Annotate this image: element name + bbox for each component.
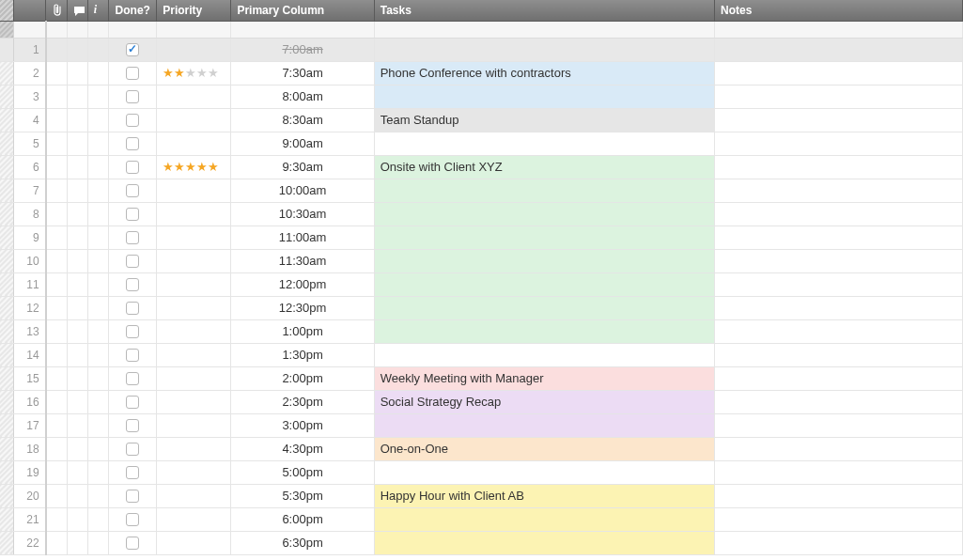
cell-priority[interactable]: ★★★★★ — [157, 61, 231, 85]
cell-attachments[interactable] — [46, 296, 67, 319]
cell-info[interactable] — [87, 413, 108, 437]
row-handle[interactable] — [0, 319, 13, 343]
cell-priority[interactable] — [157, 437, 231, 460]
row-number[interactable]: 6 — [13, 155, 46, 179]
cell-comments[interactable] — [67, 202, 87, 226]
cell-tasks[interactable] — [374, 38, 714, 61]
cell-done[interactable] — [109, 319, 157, 343]
row-handle[interactable] — [0, 437, 13, 460]
done-checkbox[interactable] — [126, 372, 139, 385]
cell-notes[interactable] — [715, 108, 963, 132]
cell-comments[interactable] — [67, 272, 87, 296]
cell-comments[interactable] — [67, 61, 87, 85]
cell-attachments[interactable] — [46, 484, 67, 507]
cell-info[interactable] — [87, 531, 108, 554]
done-checkbox[interactable] — [126, 114, 139, 127]
cell-notes[interactable] — [715, 272, 963, 296]
done-checkbox[interactable] — [126, 443, 139, 456]
cell-info[interactable] — [87, 343, 108, 366]
cell-attachments[interactable] — [46, 366, 67, 390]
cell-info[interactable] — [87, 249, 108, 272]
cell-info[interactable] — [87, 179, 108, 202]
cell-priority[interactable] — [157, 507, 231, 531]
cell-done[interactable] — [109, 437, 157, 460]
cell-primary[interactable]: 5:00pm — [231, 460, 374, 484]
cell-priority[interactable] — [157, 38, 231, 61]
cell-tasks[interactable] — [374, 507, 714, 531]
row-handle[interactable] — [0, 366, 13, 390]
cell-info[interactable] — [87, 202, 108, 226]
row-handle[interactable] — [0, 38, 13, 61]
row-number[interactable]: 8 — [13, 202, 46, 226]
cell-done[interactable] — [109, 226, 157, 249]
cell-tasks[interactable] — [374, 531, 714, 554]
cell-comments[interactable] — [67, 132, 87, 155]
row-number[interactable]: 11 — [13, 272, 46, 296]
row-handle[interactable] — [0, 108, 13, 132]
row-number[interactable]: 17 — [13, 413, 46, 437]
row-handle[interactable] — [0, 272, 13, 296]
cell-primary[interactable]: 11:30am — [231, 249, 374, 272]
cell-primary[interactable]: 7:30am — [231, 61, 374, 85]
row-handle[interactable] — [0, 507, 13, 531]
row-handle[interactable] — [0, 155, 13, 179]
done-checkbox[interactable] — [126, 208, 139, 221]
cell-priority[interactable] — [157, 296, 231, 319]
row-number[interactable]: 9 — [13, 226, 46, 249]
done-checkbox[interactable] — [126, 396, 139, 409]
row-handle[interactable] — [0, 202, 13, 226]
header-done[interactable]: Done? — [109, 0, 157, 21]
done-checkbox[interactable] — [126, 537, 139, 550]
cell-tasks[interactable] — [374, 296, 714, 319]
cell-primary[interactable]: 10:00am — [231, 179, 374, 202]
cell-info[interactable] — [87, 437, 108, 460]
cell-comments[interactable] — [67, 38, 87, 61]
cell-tasks[interactable]: Phone Conference with contractors — [374, 61, 714, 85]
row-number[interactable]: 7 — [13, 179, 46, 202]
cell-priority[interactable] — [157, 531, 231, 554]
cell-notes[interactable] — [715, 61, 963, 85]
cell-priority[interactable] — [157, 226, 231, 249]
cell-done[interactable] — [109, 155, 157, 179]
cell-notes[interactable] — [715, 507, 963, 531]
cell-notes[interactable] — [715, 155, 963, 179]
cell-priority[interactable] — [157, 460, 231, 484]
cell-priority[interactable] — [157, 413, 231, 437]
cell-comments[interactable] — [67, 460, 87, 484]
cell-notes[interactable] — [715, 319, 963, 343]
cell-attachments[interactable] — [46, 272, 67, 296]
header-attachments[interactable] — [46, 0, 67, 21]
cell-attachments[interactable] — [46, 226, 67, 249]
row-number[interactable]: 16 — [13, 390, 46, 413]
cell-attachments[interactable] — [46, 202, 67, 226]
cell-comments[interactable] — [67, 296, 87, 319]
cell-attachments[interactable] — [46, 61, 67, 85]
cell-primary[interactable]: 7:00am — [231, 38, 374, 61]
cell-attachments[interactable] — [46, 460, 67, 484]
cell-primary[interactable]: 6:30pm — [231, 531, 374, 554]
cell-primary[interactable]: 9:00am — [231, 132, 374, 155]
done-checkbox[interactable] — [126, 184, 139, 197]
cell-tasks[interactable]: Happy Hour with Client AB — [374, 484, 714, 507]
cell-tasks[interactable] — [374, 132, 714, 155]
cell-notes[interactable] — [715, 484, 963, 507]
cell-tasks[interactable] — [374, 226, 714, 249]
row-number[interactable]: 10 — [13, 249, 46, 272]
cell-notes[interactable] — [715, 343, 963, 366]
cell-priority[interactable] — [157, 366, 231, 390]
cell-primary[interactable]: 1:30pm — [231, 343, 374, 366]
cell-notes[interactable] — [715, 366, 963, 390]
cell-comments[interactable] — [67, 484, 87, 507]
cell-done[interactable] — [109, 366, 157, 390]
cell-priority[interactable] — [157, 272, 231, 296]
row-handle[interactable] — [0, 85, 13, 108]
cell-priority[interactable] — [157, 202, 231, 226]
cell-done[interactable] — [109, 202, 157, 226]
cell-priority[interactable] — [157, 343, 231, 366]
cell-tasks[interactable]: Weekly Meeting with Manager — [374, 366, 714, 390]
cell-tasks[interactable]: Team Standup — [374, 108, 714, 132]
cell-info[interactable] — [87, 61, 108, 85]
row-number[interactable]: 22 — [13, 531, 46, 554]
cell-info[interactable] — [87, 484, 108, 507]
cell-info[interactable] — [87, 85, 108, 108]
